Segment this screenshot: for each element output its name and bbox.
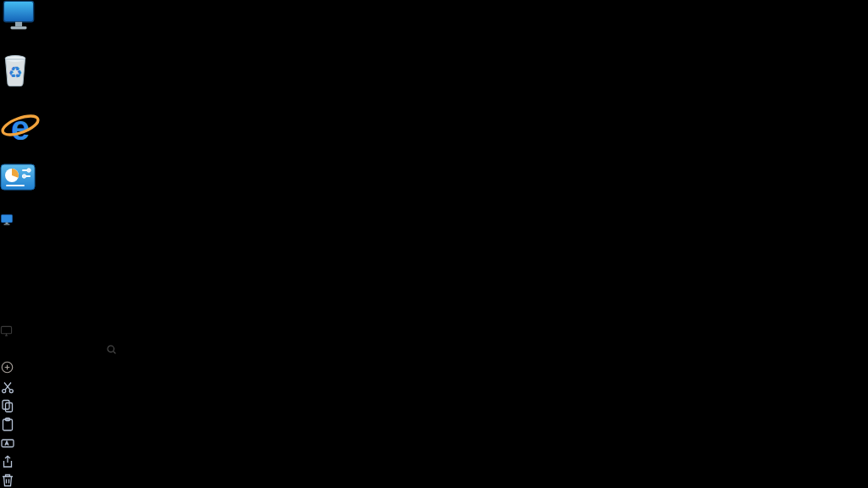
wallpaper-golden-grass bbox=[0, 0, 868, 488]
desktop-screen: 此电脑 ♻ 回收站 e Internet Explorer bbox=[0, 0, 868, 488]
